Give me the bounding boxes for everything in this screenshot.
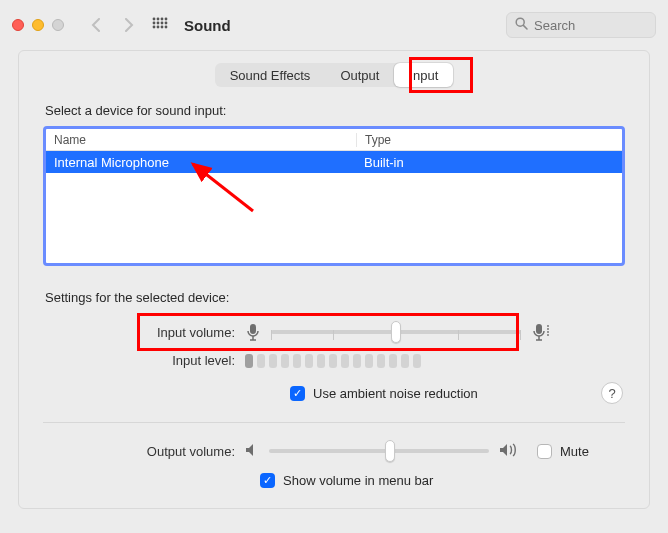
svg-rect-18 (536, 324, 542, 334)
output-volume-row: Output volume: ✓ Mute (19, 437, 649, 465)
svg-point-24 (547, 334, 549, 336)
svg-point-10 (161, 26, 164, 29)
svg-point-5 (157, 22, 160, 25)
checkbox-empty-icon: ✓ (537, 444, 552, 459)
tab-output[interactable]: Output (325, 63, 394, 87)
col-name[interactable]: Name (46, 133, 356, 147)
device-table: Name Type Internal Microphone Built-in (43, 126, 625, 266)
checkmark-icon: ✓ (260, 473, 275, 488)
speaker-low-icon (245, 443, 259, 460)
show-all-icon[interactable] (148, 17, 172, 33)
tab-bar: Sound Effects Output Input (19, 51, 649, 99)
menubar-volume-row: ✓ Show volume in menu bar (19, 465, 649, 492)
mic-high-icon (531, 323, 551, 341)
svg-point-11 (165, 26, 168, 29)
annotation-highlight-tab (409, 57, 473, 93)
col-type[interactable]: Type (356, 133, 622, 147)
device-type-cell: Built-in (356, 155, 622, 170)
svg-point-0 (153, 18, 156, 21)
divider (43, 422, 625, 423)
noise-reduction-checkbox[interactable]: ✓ Use ambient noise reduction (290, 386, 478, 401)
input-level-meter (245, 354, 421, 368)
window-title: Sound (184, 17, 231, 34)
table-header: Name Type (46, 129, 622, 151)
svg-point-21 (547, 325, 549, 327)
svg-point-2 (161, 18, 164, 21)
svg-point-1 (157, 18, 160, 21)
svg-point-9 (157, 26, 160, 29)
input-level-label: Input level: (45, 353, 235, 368)
speaker-high-icon (499, 443, 519, 460)
mute-checkbox[interactable]: ✓ Mute (537, 444, 589, 459)
input-level-row: Input level: (19, 349, 649, 372)
table-row[interactable]: Internal Microphone Built-in (46, 151, 622, 173)
device-section-label: Select a device for sound input: (19, 99, 649, 126)
minimize-window-button[interactable] (32, 19, 44, 31)
tab-sound-effects[interactable]: Sound Effects (215, 63, 326, 87)
svg-point-4 (153, 22, 156, 25)
input-volume-row: Input volume: (19, 315, 649, 349)
svg-point-7 (165, 22, 168, 25)
output-volume-slider[interactable] (269, 441, 489, 461)
noise-reduction-row: ✓ Use ambient noise reduction ? (19, 372, 649, 408)
back-button[interactable] (84, 13, 108, 37)
svg-point-6 (161, 22, 164, 25)
svg-point-8 (153, 26, 156, 29)
svg-point-22 (547, 328, 549, 330)
annotation-highlight-volume (137, 313, 519, 351)
window-toolbar: Sound (0, 0, 668, 50)
forward-button[interactable] (116, 13, 140, 37)
search-icon (515, 17, 528, 33)
show-volume-menubar-label: Show volume in menu bar (283, 473, 433, 488)
svg-point-23 (547, 331, 549, 333)
preferences-panel: Sound Effects Output Input Select a devi… (18, 50, 650, 509)
device-name-cell: Internal Microphone (46, 155, 356, 170)
help-button[interactable]: ? (601, 382, 623, 404)
output-volume-label: Output volume: (45, 444, 235, 459)
svg-line-13 (523, 25, 527, 29)
noise-reduction-label: Use ambient noise reduction (313, 386, 478, 401)
checkmark-icon: ✓ (290, 386, 305, 401)
settings-section-label: Settings for the selected device: (19, 280, 649, 315)
svg-point-3 (165, 18, 168, 21)
search-input[interactable] (534, 18, 647, 33)
mute-label: Mute (560, 444, 589, 459)
traffic-lights (12, 19, 64, 31)
close-window-button[interactable] (12, 19, 24, 31)
zoom-window-button[interactable] (52, 19, 64, 31)
search-field[interactable] (506, 12, 656, 38)
show-volume-menubar-checkbox[interactable]: ✓ Show volume in menu bar (260, 473, 433, 488)
